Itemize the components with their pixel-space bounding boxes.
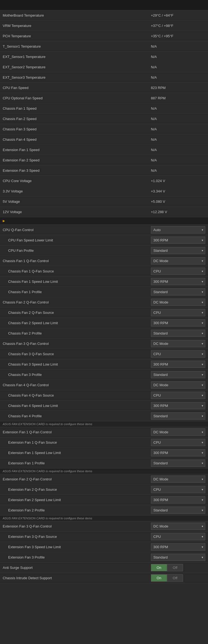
setting-row: Chassis Fan 2 Q-Fan ControlAutoDC ModePW…	[0, 297, 208, 308]
setting-row: Chassis Fan 1 Speed Low Limit100 RPM200 …	[0, 277, 208, 287]
dropdown-select[interactable]: AutoDC ModePWM ModeDisabled	[151, 257, 205, 265]
setting-row: Extension Fan 3 Q-Fan ControlAutoDC Mode…	[0, 521, 208, 532]
setting-label: Chassis Fan 4 Speed Low Limit	[3, 401, 151, 410]
dropdown-wrapper: StandardSilentTurboFull SpeedManual	[151, 459, 205, 467]
dropdown-select[interactable]: StandardSilentTurboFull SpeedManual	[151, 412, 205, 420]
dropdown-wrapper: 100 RPM200 RPM300 RPM400 RPM500 RPM	[151, 319, 205, 327]
monitor-row: T_Sensor1 Temperature N/A	[0, 41, 208, 52]
setting-label: Chassis Fan 2 Q-Fan Source	[3, 308, 151, 317]
monitor-row: CPU Core Voltage +1.024 V	[0, 176, 208, 186]
setting-label: Extension Fan 1 Q-Fan Control	[3, 428, 151, 436]
dropdown-select[interactable]: CPUChipsetSystem	[151, 439, 205, 446]
dropdown-select[interactable]: AutoDC ModePWM ModeDisabled	[151, 476, 205, 483]
setting-row: Chassis Fan 4 ProfileStandardSilentTurbo…	[0, 411, 208, 421]
dropdown-wrapper: StandardSilentTurboFull SpeedManual	[151, 247, 205, 254]
dropdown-select[interactable]: CPUChipsetSystem	[151, 392, 205, 399]
monitor-label: T_Sensor1 Temperature	[3, 42, 151, 51]
monitor-value: +1.024 V	[151, 177, 205, 185]
dropdown-select[interactable]: 100 RPM200 RPM300 RPM400 RPM500 RPM	[151, 237, 205, 244]
monitor-value: N/A	[151, 42, 205, 51]
setting-label: Chassis Fan 4 Q-Fan Source	[3, 391, 151, 400]
setting-row: Chassis Fan 3 Q-Fan ControlAutoDC ModePW…	[0, 339, 208, 349]
setting-row: Chassis Fan 4 Speed Low Limit100 RPM200 …	[0, 401, 208, 411]
toggle-label: Chassis Intrude Detect Support	[3, 574, 151, 582]
dropdown-wrapper: CPUChipsetSystem	[151, 350, 205, 358]
setting-label: Chassis Fan 3 Speed Low Limit	[3, 360, 151, 369]
dropdown-select[interactable]: 100 RPM200 RPM300 RPM400 RPM500 RPM	[151, 319, 205, 327]
setting-label: Extension Fan 1 Speed Low Limit	[3, 449, 151, 457]
dropdown-wrapper: 100 RPM200 RPM300 RPM400 RPM500 RPM	[151, 496, 205, 504]
dropdown-select[interactable]: StandardSilentTurboFull SpeedManual	[151, 554, 205, 561]
setting-row: Chassis Fan 2 Speed Low Limit100 RPM200 …	[0, 318, 208, 328]
dropdown-select[interactable]: AutoDC ModePWM ModeDisabled	[151, 340, 205, 347]
dropdown-select[interactable]: AutoDC ModePWM ModeDisabled	[151, 428, 205, 436]
setting-label: Chassis Fan 4 Profile	[3, 412, 151, 420]
monitor-label: Extension Fan 1 Speed	[3, 146, 151, 154]
dropdown-wrapper: CPUChipsetSystem	[151, 268, 205, 275]
setting-label: CPU Fan Profile	[3, 246, 151, 255]
dropdown-select[interactable]: CPUChipsetSystem	[151, 309, 205, 316]
dropdown-select[interactable]: CPUChipsetSystem	[151, 486, 205, 493]
dropdown-select[interactable]: CPUChipsetSystem	[151, 268, 205, 275]
dropdown-wrapper: CPUChipsetSystem	[151, 533, 205, 540]
monitor-row: EXT_Sensor3 Temperature N/A	[0, 72, 208, 83]
monitor-value: N/A	[151, 115, 205, 123]
setting-row: Extension Fan 2 Speed Low Limit100 RPM20…	[0, 495, 208, 505]
dropdown-select[interactable]: 100 RPM200 RPM300 RPM400 RPM500 RPM	[151, 361, 205, 368]
cpu-temperature-label	[3, 3, 151, 7]
dropdown-select[interactable]: CPUChipsetSystem	[151, 533, 205, 540]
monitor-value: N/A	[151, 73, 205, 82]
setting-label: Chassis Fan 2 Profile	[3, 329, 151, 338]
dropdown-select[interactable]: 100 RPM200 RPM300 RPM400 RPM500 RPM	[151, 402, 205, 409]
dropdown-select[interactable]: 100 RPM200 RPM300 RPM400 RPM500 RPM	[151, 278, 205, 285]
dropdown-select[interactable]: StandardSilentTurboFull SpeedManual	[151, 459, 205, 467]
dropdown-select[interactable]: 100 RPM200 RPM300 RPM400 RPM500 RPM	[151, 496, 205, 504]
monitor-value: N/A	[151, 146, 205, 154]
toggle-on-button[interactable]: On	[151, 564, 167, 571]
toggle-label: Anti Surge Support	[3, 563, 151, 572]
setting-row: Chassis Fan 1 ProfileStandardSilentTurbo…	[0, 287, 208, 297]
dropdown-select[interactable]: 100 RPM200 RPM300 RPM400 RPM500 RPM	[151, 449, 205, 456]
setting-row: CPU Fan Speed Lower Limit100 RPM200 RPM3…	[0, 235, 208, 246]
dropdown-select[interactable]: StandardSilentTurboFull SpeedManual	[151, 371, 205, 378]
setting-row: Extension Fan 1 Q-Fan ControlAutoDC Mode…	[0, 427, 208, 437]
setting-row: Chassis Fan 1 Q-Fan SourceCPUChipsetSyst…	[0, 266, 208, 277]
monitor-value: +35°C / +95°F	[151, 32, 205, 40]
dropdown-select[interactable]: StandardSilentTurboFull SpeedManual	[151, 247, 205, 254]
dropdown-select[interactable]: 100 RPM200 RPM300 RPM400 RPM500 RPM	[151, 543, 205, 551]
setting-row: Extension Fan 1 Q-Fan SourceCPUChipsetSy…	[0, 437, 208, 448]
setting-row: Chassis Fan 3 Speed Low Limit100 RPM200 …	[0, 359, 208, 370]
toggle-row: Anti Surge SupportOnOff	[0, 563, 208, 573]
dropdown-select[interactable]: StandardSilentTurboFull SpeedManual	[151, 507, 205, 514]
monitor-row: Extension Fan 1 Speed N/A	[0, 145, 208, 155]
monitor-row: VRM Temperature +37°C / +98°F	[0, 21, 208, 31]
toggle-off-button[interactable]: Off	[167, 574, 183, 582]
dropdown-wrapper: AutoDC ModePWM ModeDisabled	[151, 428, 205, 436]
setting-row: Extension Fan 3 Speed Low Limit100 RPM20…	[0, 542, 208, 552]
dropdown-select[interactable]: StandardSilentTurboFull SpeedManual	[151, 330, 205, 337]
toggle-on-button[interactable]: On	[151, 574, 167, 582]
setting-row: Extension Fan 3 Q-Fan SourceCPUChipsetSy…	[0, 532, 208, 542]
setting-label: Extension Fan 3 Profile	[3, 553, 151, 562]
dropdown-select[interactable]: AutoDC ModePWM ModeDisabled	[151, 226, 205, 234]
toggle-off-button[interactable]: Off	[167, 564, 183, 571]
monitor-value: 887 RPM	[151, 94, 205, 102]
monitor-row: EXT_Sensor2 Temperature N/A	[0, 62, 208, 72]
monitor-label: MotherBoard Temperature	[3, 11, 151, 20]
dropdown-select[interactable]: StandardSilentTurboFull SpeedManual	[151, 288, 205, 296]
dropdown-select[interactable]: CPUChipsetSystem	[151, 350, 205, 358]
monitor-label: 5V Voltage	[3, 197, 151, 206]
dropdown-select[interactable]: AutoDC ModePWM ModeDisabled	[151, 523, 205, 530]
dropdown-select[interactable]: AutoDC ModePWM ModeDisabled	[151, 381, 205, 389]
setting-row: Extension Fan 1 ProfileStandardSilentTur…	[0, 458, 208, 468]
setting-label: Chassis Fan 2 Speed Low Limit	[3, 319, 151, 327]
dropdown-select[interactable]: AutoDC ModePWM ModeDisabled	[151, 299, 205, 306]
dropdown-wrapper: AutoDC ModePWM ModeDisabled	[151, 523, 205, 530]
setting-row: Chassis Fan 2 ProfileStandardSilentTurbo…	[0, 328, 208, 339]
dropdown-wrapper: StandardSilentTurboFull SpeedManual	[151, 507, 205, 514]
dropdown-wrapper: CPUChipsetSystem	[151, 486, 205, 493]
setting-label: Chassis Fan 3 Q-Fan Source	[3, 350, 151, 358]
dropdown-wrapper: AutoDC ModePWM ModeDisabled	[151, 299, 205, 306]
setting-label: Extension Fan 3 Speed Low Limit	[3, 543, 151, 551]
monitor-label: CPU Optional Fan Speed	[3, 94, 151, 102]
